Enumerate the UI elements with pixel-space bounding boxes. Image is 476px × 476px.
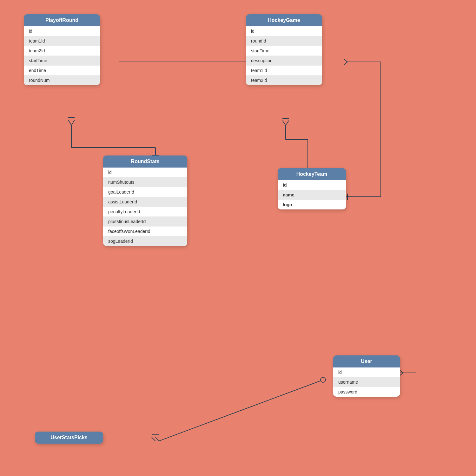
table-row: id — [278, 180, 346, 190]
table-row: id — [103, 168, 187, 177]
svg-line-32 — [155, 437, 159, 441]
table-row: roundNum — [24, 76, 100, 85]
table-row: id — [24, 26, 100, 36]
svg-line-30 — [159, 381, 321, 441]
table-row: name — [278, 190, 346, 200]
table-row: id — [333, 367, 400, 377]
diagram-canvas: PlayoffRound id team1Id team2Id startTim… — [0, 0, 476, 476]
svg-line-9 — [68, 120, 71, 125]
table-user-stats-picks-header: UserStatsPicks — [35, 432, 103, 444]
table-row: username — [333, 377, 400, 387]
table-hockey-game-body: id roundId startTime description team1Id… — [246, 26, 322, 85]
table-row: endTime — [24, 66, 100, 76]
table-row: faceoffsWonLeaderId — [103, 227, 187, 236]
table-hockey-team-body: id name logo — [278, 180, 346, 209]
svg-point-31 — [321, 377, 326, 382]
table-round-stats: RoundStats id numShutouts goalLeaderId a… — [103, 155, 187, 246]
table-row: plusMinusLeaderId — [103, 217, 187, 227]
table-user: User id username password — [333, 355, 400, 397]
table-hockey-game-header: HockeyGame — [246, 14, 322, 26]
table-row: team2Id — [24, 46, 100, 56]
table-row: password — [333, 387, 400, 397]
table-row: sogLeaderId — [103, 236, 187, 246]
svg-line-18 — [286, 121, 289, 125]
table-user-stats-picks: UserStatsPicks — [35, 432, 103, 444]
table-row: startTime — [246, 46, 322, 56]
table-hockey-game: HockeyGame id roundId startTime descript… — [246, 14, 322, 85]
table-row: numShutouts — [103, 177, 187, 187]
table-row: logo — [278, 200, 346, 209]
table-row: team2Id — [246, 76, 322, 85]
table-row: description — [246, 56, 322, 66]
table-round-stats-header: RoundStats — [103, 155, 187, 168]
svg-line-25 — [344, 62, 347, 65]
table-hockey-team-header: HockeyTeam — [278, 168, 346, 180]
table-row: id — [246, 26, 322, 36]
table-row: team1Id — [24, 36, 100, 46]
svg-line-17 — [282, 121, 286, 125]
svg-line-10 — [71, 120, 75, 125]
table-user-body: id username password — [333, 367, 400, 397]
table-row: penaltyLeaderId — [103, 207, 187, 217]
table-row: team1Id — [246, 66, 322, 76]
table-row: goalLeaderId — [103, 187, 187, 197]
svg-line-33 — [152, 437, 155, 441]
svg-line-24 — [344, 59, 347, 62]
table-user-header: User — [333, 355, 400, 367]
table-row: roundId — [246, 36, 322, 46]
table-playoff-round: PlayoffRound id team1Id team2Id startTim… — [24, 14, 100, 85]
table-playoff-round-header: PlayoffRound — [24, 14, 100, 26]
table-hockey-team: HockeyTeam id name logo — [278, 168, 346, 209]
table-row: startTime — [24, 56, 100, 66]
table-round-stats-body: id numShutouts goalLeaderId assistLeader… — [103, 168, 187, 246]
table-playoff-round-body: id team1Id team2Id startTime endTime rou… — [24, 26, 100, 85]
table-row: assistLeaderId — [103, 197, 187, 207]
